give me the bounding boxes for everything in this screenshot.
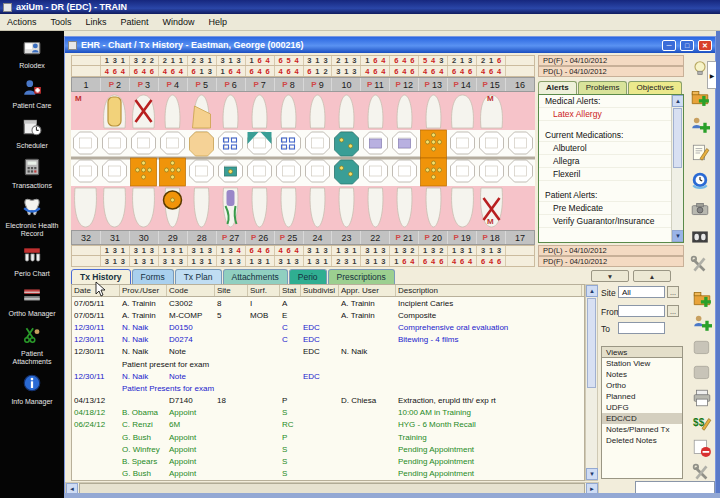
tooth-32[interactable]: 32 [72, 231, 100, 244]
scroll-up-button[interactable]: ▲ [633, 270, 671, 282]
tooth-29[interactable]: 29 [158, 231, 187, 244]
tooth-8[interactable]: P8 [274, 78, 303, 91]
table-note-row[interactable]: Patient present for exam [72, 358, 584, 370]
history-tab-attachments[interactable]: Attachments [223, 269, 288, 284]
tooth-21[interactable]: P21 [389, 231, 418, 244]
tx-history-table[interactable]: 07/05/11A. TraininC30028IAA. TraininInci… [71, 297, 585, 481]
sidebar-item-ortho-manager[interactable]: Ortho Manager [1, 285, 63, 318]
sidebar-item-ehr[interactable]: Electronic Health Record [1, 197, 63, 238]
tooth-6[interactable]: P6 [216, 78, 245, 91]
history-tab-perio[interactable]: Perio [289, 269, 327, 284]
tooth-13[interactable]: P13 [418, 78, 447, 91]
tooth-9[interactable]: P9 [303, 78, 332, 91]
column-header-stat[interactable]: Stat [280, 285, 301, 296]
recall-clock-icon[interactable] [688, 169, 712, 193]
xray-film-icon[interactable] [688, 225, 712, 249]
menu-links[interactable]: Links [79, 15, 114, 29]
tooth-17[interactable]: 17 [505, 231, 534, 244]
tooth-24[interactable]: 24 [303, 231, 332, 244]
tooth-16[interactable]: 16 [505, 78, 534, 91]
fee-edit-icon[interactable]: $$ [690, 411, 714, 435]
tooth-18[interactable]: P18 [476, 231, 505, 244]
column-header-subdivisi[interactable]: Subdivisi [301, 285, 339, 296]
scroll-down-icon[interactable]: ▼ [586, 468, 598, 480]
table-row[interactable]: 12/30/11N. NaikNoteEDC [72, 370, 584, 382]
alerts-tab-problems[interactable]: Problems [578, 81, 628, 94]
maximize-button[interactable]: □ [680, 40, 694, 51]
alerts-tab-objectives[interactable]: Objectives [628, 81, 681, 94]
alerts-scrollbar[interactable]: ▲ ▼ [671, 95, 683, 242]
view-item-station-view[interactable]: Station View [602, 358, 682, 369]
to-input[interactable] [618, 322, 665, 334]
tooth-numbers-lower[interactable]: 3231302928P27P26P25242322P21P20P19P1817 [71, 230, 535, 245]
table-note-row[interactable]: Patient Presents for exam [72, 382, 584, 394]
camera-icon[interactable] [688, 197, 712, 221]
tooth-28[interactable]: 28 [187, 231, 216, 244]
table-row[interactable]: 06/24/12C. Renzi6MRCHYG - 6 Month Recall [72, 419, 584, 431]
history-tab-prescriptions[interactable]: Prescriptions [328, 269, 395, 284]
tooth-10[interactable]: 10 [331, 78, 360, 91]
tooth-31[interactable]: 31 [100, 231, 129, 244]
close-button[interactable]: ✕ [698, 40, 712, 51]
odontogram[interactable]: MMM [71, 92, 535, 230]
column-header-code[interactable]: Code [167, 285, 215, 296]
table-scrollbar[interactable]: ▲ ▼ [585, 284, 598, 481]
table-row[interactable]: 07/05/11A. TraininC30028IAA. TraininInci… [72, 297, 584, 309]
view-item-edc-cd[interactable]: EDC/CD [602, 413, 682, 424]
tooth-4[interactable]: P4 [158, 78, 187, 91]
sidebar-item-patient-care[interactable]: Patient Care [1, 77, 63, 110]
table-row[interactable]: O. WinfreyAppointSPending Appointment [72, 443, 584, 455]
tooth-2[interactable]: P2 [100, 78, 129, 91]
delete-icon[interactable] [690, 436, 714, 460]
table-row[interactable]: 12/30/11N. NaikNoteEDCN. Naik [72, 346, 584, 358]
tooth-12[interactable]: P12 [389, 78, 418, 91]
view-item-deleted-notes[interactable]: Deleted Notes [602, 435, 682, 446]
table-header[interactable]: DateProv./UserCodeSiteSurf.StatSubdivisi… [71, 284, 585, 297]
scroll-down-icon[interactable]: ▼ [672, 230, 684, 242]
table-row[interactable]: 12/30/11N. NaikD0274CEDCBitewing - 4 fil… [72, 334, 584, 346]
tooth-5[interactable]: P5 [187, 78, 216, 91]
scroll-up-icon[interactable]: ▲ [672, 95, 684, 107]
view-item-planned[interactable]: Planned [602, 391, 682, 402]
tools-icon[interactable] [688, 253, 712, 277]
sidebar-item-info-manager[interactable]: Info Manager [1, 373, 63, 406]
table-row[interactable]: 07/05/11A. TraininM-COMP5MOBEA. TraininC… [72, 309, 584, 321]
menu-help[interactable]: Help [202, 15, 235, 29]
column-header-site[interactable]: Site [215, 285, 248, 296]
menu-window[interactable]: Window [156, 15, 202, 29]
from-browse-button[interactable]: ... [667, 305, 679, 317]
tooth-numbers-upper[interactable]: 1P2P3P4P5P6P7P8P910P11P12P13P14P1516 [71, 77, 535, 92]
tooth-15[interactable]: P15 [476, 78, 505, 91]
table-row[interactable]: B. SpearsAppointSPending Appointment [72, 455, 584, 467]
tooth-26[interactable]: P26 [245, 231, 274, 244]
menu-tools[interactable]: Tools [44, 15, 79, 29]
minimize-button[interactable]: ─ [662, 40, 676, 51]
tooth-22[interactable]: 22 [360, 231, 389, 244]
sidebar-item-scheduler[interactable]: Scheduler [1, 117, 63, 150]
sidebar-item-patient-attachments[interactable]: Patient Attachments [1, 325, 63, 366]
folder-plus-icon[interactable] [690, 286, 714, 310]
tooth-14[interactable]: P14 [447, 78, 476, 91]
tooth-19[interactable]: P19 [447, 231, 476, 244]
scroll-down-button[interactable]: ▼ [591, 270, 629, 282]
tooth-30[interactable]: 30 [129, 231, 158, 244]
site-browse-button[interactable]: ... [667, 286, 679, 298]
view-item-ortho[interactable]: Ortho [602, 380, 682, 391]
views-header[interactable]: Views [601, 346, 683, 358]
table-row[interactable]: 12/30/11N. NaikD0150CEDCComprehensive or… [72, 321, 584, 333]
table-row[interactable]: G. BushAppointSPending Appointment [72, 468, 584, 480]
view-item-notes-planned-tx[interactable]: Notes/Planned Tx [602, 424, 682, 435]
ehr-titlebar[interactable]: EHR - Chart / Tx History - Eastman, Geor… [65, 37, 715, 53]
history-tab-forms[interactable]: Forms [132, 269, 174, 284]
tooth-23[interactable]: 23 [331, 231, 360, 244]
patient-plus-icon[interactable] [688, 113, 712, 137]
column-header-prov-user[interactable]: Prov./User [120, 285, 167, 296]
view-item-notes[interactable]: Notes [602, 369, 682, 380]
tooth-27[interactable]: P27 [216, 231, 245, 244]
printer-icon[interactable] [690, 386, 714, 410]
column-header-appr-user[interactable]: Appr. User [339, 285, 396, 296]
site-select[interactable]: All [618, 286, 665, 298]
tooth-11[interactable]: P11 [360, 78, 389, 91]
patient-plus-icon[interactable] [690, 311, 714, 335]
alerts-tab-alerts[interactable]: Alerts [538, 81, 577, 94]
